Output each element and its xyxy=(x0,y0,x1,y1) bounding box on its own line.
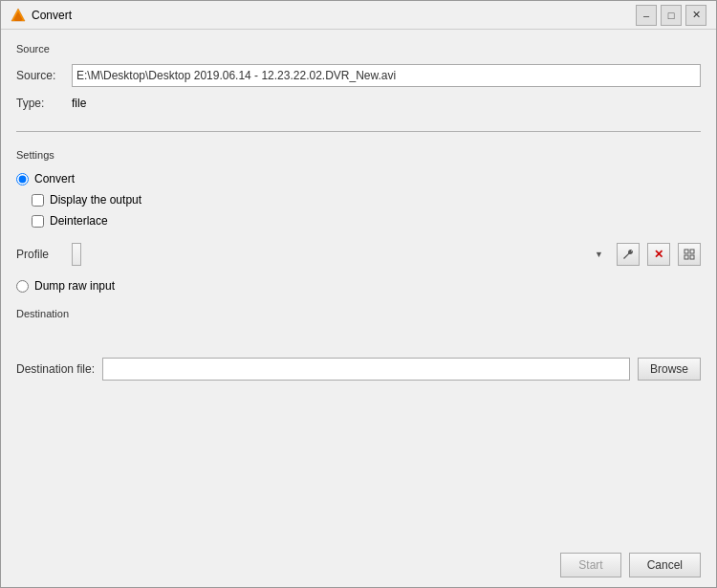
deinterlace-row: Deinterlace xyxy=(32,214,701,228)
deinterlace-checkbox[interactable] xyxy=(32,215,44,228)
title-bar-controls: – □ ✕ xyxy=(636,5,706,26)
convert-radio[interactable] xyxy=(16,173,29,185)
svg-rect-3 xyxy=(15,19,22,21)
svg-rect-4 xyxy=(684,250,688,253)
type-value: file xyxy=(72,97,86,110)
divider-1 xyxy=(16,131,701,132)
deinterlace-label[interactable]: Deinterlace xyxy=(50,214,108,228)
source-section: Source Source: Type: file xyxy=(16,43,701,114)
spacer xyxy=(16,390,701,530)
dump-radio-label[interactable]: Dump raw input xyxy=(34,279,115,293)
main-content: Source Source: Type: file Settings Conve… xyxy=(1,30,716,543)
dump-raw-row: Dump raw input xyxy=(16,279,701,293)
settings-section: Settings Convert Display the output Dein… xyxy=(16,149,701,293)
dest-file-label: Destination file: xyxy=(16,362,95,376)
dest-file-row: Destination file: Browse xyxy=(16,358,701,381)
type-row: Type: file xyxy=(16,93,701,114)
wrench-icon xyxy=(622,249,634,260)
dump-radio[interactable] xyxy=(16,280,29,293)
close-button[interactable]: ✕ xyxy=(685,5,706,26)
destination-section-label: Destination xyxy=(16,308,701,319)
convert-radio-row: Convert xyxy=(16,172,701,185)
profile-row: Profile ✕ xyxy=(16,243,701,266)
profile-select[interactable] xyxy=(72,243,81,266)
browse-button[interactable]: Browse xyxy=(638,358,701,381)
delete-profile-button[interactable]: ✕ xyxy=(647,243,670,266)
main-window: Convert – □ ✕ Source Source: Type: file … xyxy=(0,0,717,588)
source-label: Source: xyxy=(16,69,64,82)
x-icon: ✕ xyxy=(654,248,663,261)
settings-section-label: Settings xyxy=(16,149,701,161)
bottom-bar: Start Cancel xyxy=(1,543,716,587)
display-output-row: Display the output xyxy=(32,193,701,207)
destination-section: Destination Destination file: Browse xyxy=(16,308,701,381)
minimize-button[interactable]: – xyxy=(636,5,657,26)
svg-rect-6 xyxy=(684,255,688,259)
edit-profile-button[interactable] xyxy=(678,243,701,266)
title-bar: Convert – □ ✕ xyxy=(1,1,716,30)
svg-rect-5 xyxy=(690,250,694,253)
profile-select-wrapper xyxy=(72,243,609,266)
maximize-button[interactable]: □ xyxy=(661,5,682,26)
settings-icon-button[interactable] xyxy=(617,243,640,266)
profile-label: Profile xyxy=(16,248,64,261)
svg-rect-7 xyxy=(690,255,694,259)
destination-input[interactable] xyxy=(102,358,630,381)
source-field-row: Source: xyxy=(16,64,701,87)
vlc-icon xyxy=(11,8,26,23)
title-bar-left: Convert xyxy=(11,8,72,23)
source-input[interactable] xyxy=(72,64,701,87)
source-section-label: Source xyxy=(16,43,701,54)
type-label: Type: xyxy=(16,97,64,110)
display-output-label[interactable]: Display the output xyxy=(50,193,141,207)
display-output-checkbox[interactable] xyxy=(32,194,44,207)
start-button[interactable]: Start xyxy=(560,553,620,577)
convert-radio-label[interactable]: Convert xyxy=(34,172,75,185)
window-title: Convert xyxy=(32,9,72,22)
edit-icon-svg xyxy=(684,249,695,260)
cancel-button[interactable]: Cancel xyxy=(629,553,701,577)
